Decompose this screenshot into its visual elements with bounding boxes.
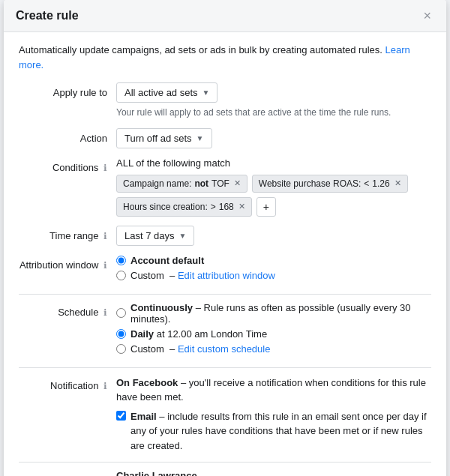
divider-2	[19, 367, 431, 368]
attribution-label: Attribution window ℹ	[19, 255, 116, 271]
conditions-label: Conditions ℹ	[19, 157, 116, 173]
attribution-info-icon[interactable]: ℹ	[104, 260, 107, 271]
conditions-content: ALL of the following match Campaign name…	[116, 157, 431, 217]
conditions-info-icon[interactable]: ℹ	[104, 163, 107, 173]
attribution-content: Account default Custom – Edit attributio…	[116, 255, 431, 285]
time-range-dropdown[interactable]: Last 7 days ▼	[116, 226, 194, 246]
time-range-content: Last 7 days ▼	[116, 226, 431, 246]
tag-remove-icon[interactable]: ✕	[234, 178, 241, 188]
attribution-option-custom: Custom – Edit attribution window	[116, 270, 431, 281]
notification-info-icon[interactable]: ℹ	[104, 381, 107, 391]
attribution-row: Attribution window ℹ Account default Cus…	[19, 255, 431, 285]
action-row: Action Turn off ad sets ▼	[19, 128, 431, 148]
apply-rule-dropdown[interactable]: All active ad sets ▼	[116, 82, 218, 103]
schedule-radio-custom[interactable]	[116, 344, 126, 354]
intro-text: Automatically update campaigns, ad sets …	[19, 43, 431, 72]
chevron-down-icon: ▼	[179, 232, 187, 240]
divider	[19, 294, 431, 295]
tag-operator: not	[194, 178, 208, 189]
add-condition-button[interactable]: +	[256, 197, 276, 217]
apply-rule-content: All active ad sets ▼ Your rule will appl…	[116, 82, 431, 119]
email-notification-label: Email – include results from this rule i…	[130, 409, 431, 454]
email-notification-row: Email – include results from this rule i…	[116, 409, 431, 454]
attribution-option-account-default: Account default	[116, 255, 431, 266]
subscriber-content: Charlie Lawrance	[116, 470, 431, 476]
action-dropdown[interactable]: Turn off ad sets ▼	[116, 128, 212, 148]
notification-content: On Facebook – you'll receive a notificat…	[116, 376, 431, 454]
close-button[interactable]: ×	[420, 9, 434, 22]
time-range-row: Time range ℹ Last 7 days ▼	[19, 226, 431, 246]
subscriber-label: Subscriber ℹ	[19, 470, 116, 476]
conditions-row: Conditions ℹ ALL of the following match …	[19, 157, 431, 217]
divider-3	[19, 462, 431, 463]
notification-row: Notification ℹ On Facebook – you'll rece…	[19, 376, 431, 454]
attribution-radio-custom[interactable]	[116, 271, 126, 280]
notification-text: On Facebook – you'll receive a notificat…	[116, 376, 431, 405]
conditions-match-text: ALL of the following match	[116, 157, 431, 169]
apply-rule-label: Apply rule to	[19, 82, 116, 98]
condition-tag-2: Website purchase ROAS: < 1.26 ✕	[252, 175, 408, 193]
schedule-row: Schedule ℹ Continuously – Rule runs as o…	[19, 302, 431, 358]
schedule-continuously: Continuously – Rule runs as often as pos…	[116, 302, 431, 325]
tag-remove-icon[interactable]: ✕	[394, 178, 401, 188]
tag-field: Campaign name:	[123, 178, 191, 189]
tag-operator: >	[211, 202, 216, 212]
schedule-custom: Custom – Edit custom schedule	[116, 343, 431, 355]
condition-tag-3: Hours since creation: > 168 ✕	[116, 197, 252, 217]
modal-body: Automatically update campaigns, ad sets …	[4, 32, 446, 476]
attribution-radio-default[interactable]	[116, 256, 126, 265]
schedule-radio-continuous[interactable]	[116, 308, 126, 318]
modal-header: Create rule ×	[4, 0, 446, 32]
tag-value: 1.26	[372, 178, 389, 189]
create-rule-modal: Create rule × Automatically update campa…	[4, 0, 446, 476]
time-range-info-icon[interactable]: ℹ	[104, 231, 107, 241]
condition-tags: Campaign name: not TOF ✕ Website purchas…	[116, 175, 431, 217]
condition-tag-1: Campaign name: not TOF ✕	[116, 175, 248, 193]
edit-schedule-link[interactable]: Edit custom schedule	[178, 343, 271, 355]
schedule-info-icon[interactable]: ℹ	[104, 307, 107, 318]
chevron-down-icon: ▼	[196, 134, 204, 142]
chevron-down-icon: ▼	[202, 88, 210, 97]
tag-operator: <	[364, 178, 369, 189]
modal-title: Create rule	[16, 9, 79, 22]
time-range-label: Time range ℹ	[19, 226, 116, 241]
subscriber-row: Subscriber ℹ Charlie Lawrance	[19, 470, 431, 476]
schedule-content: Continuously – Rule runs as often as pos…	[116, 302, 431, 358]
apply-rule-row: Apply rule to All active ad sets ▼ Your …	[19, 82, 431, 119]
schedule-daily: Daily at 12.00 am London Time	[116, 328, 431, 340]
edit-attribution-link[interactable]: Edit attribution window	[178, 270, 275, 281]
schedule-radio-daily[interactable]	[116, 329, 126, 339]
tag-value: 168	[219, 202, 234, 212]
schedule-label: Schedule ℹ	[19, 302, 116, 318]
tag-remove-icon[interactable]: ✕	[238, 202, 245, 211]
action-content: Turn off ad sets ▼	[116, 128, 431, 148]
attribution-label-custom[interactable]: Custom – Edit attribution window	[130, 270, 275, 281]
tag-field: Website purchase ROAS:	[259, 178, 362, 189]
attribution-label-default[interactable]: Account default	[130, 255, 204, 266]
tag-value: TOF	[212, 178, 230, 189]
subscriber-name: Charlie Lawrance	[116, 470, 197, 476]
apply-rule-helper: Your rule will apply to ad sets that are…	[116, 106, 431, 119]
email-checkbox[interactable]	[116, 411, 126, 421]
tag-field: Hours since creation:	[123, 202, 208, 212]
notification-label: Notification ℹ	[19, 376, 116, 391]
action-label: Action	[19, 128, 116, 144]
